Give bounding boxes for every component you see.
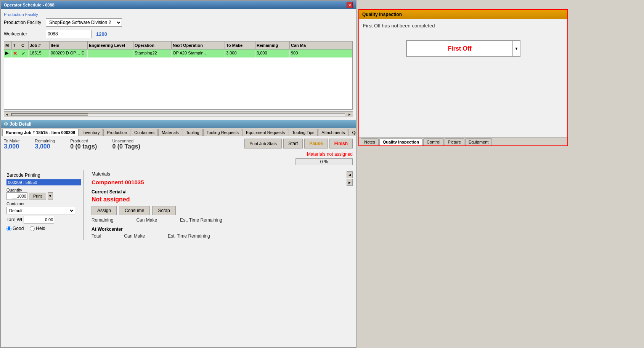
container-label: Container bbox=[6, 201, 81, 206]
col-header-item: Item bbox=[50, 42, 88, 49]
unscanned-value: 0 (0 Tags) bbox=[112, 143, 140, 150]
materials-prev-btn[interactable]: ◄ bbox=[347, 171, 353, 178]
row-item: 000209 D OP… D bbox=[50, 49, 88, 57]
container-select[interactable]: Default bbox=[6, 207, 75, 214]
job-stats-area: To Make 3,000 Remaining 3,000 Produced 0… bbox=[1, 136, 356, 168]
tab-running-job[interactable]: Running Job # 18515 - Item 000209 bbox=[2, 129, 79, 136]
first-off-button[interactable]: First Off bbox=[406, 40, 513, 57]
first-off-message: First Off has not been completed bbox=[363, 23, 564, 29]
window-title: Operator Schedule - 0088 bbox=[4, 3, 55, 7]
current-serial-label: Current Serial # bbox=[92, 189, 339, 195]
print-button[interactable]: Print bbox=[29, 193, 46, 200]
title-bar: Operator Schedule - 0088 ✕ bbox=[1, 1, 356, 9]
row-can-make: 900 bbox=[290, 49, 320, 57]
tab-tooling-requests[interactable]: Tooling Requests bbox=[203, 129, 242, 136]
action-buttons: Assign Consume Scrap bbox=[92, 206, 339, 215]
workcenter-sub-row: Total Can Make Est. Time Remaining bbox=[92, 233, 339, 239]
quantity-row: Print ▼ bbox=[6, 192, 81, 200]
close-button[interactable]: ✕ bbox=[347, 2, 353, 8]
tab-containers[interactable]: Containers bbox=[131, 129, 158, 136]
quantity-label: Quantity bbox=[6, 188, 81, 192]
row-next-op: OP #20 Stampin… bbox=[172, 49, 225, 57]
start-button[interactable]: Start bbox=[283, 139, 303, 148]
remaining-label: Remaining bbox=[35, 139, 55, 143]
materials-nav-arrows: ◄ ► bbox=[347, 170, 353, 240]
print-dropdown-arrow[interactable]: ▼ bbox=[48, 192, 53, 200]
job-detail-label: Job Detail bbox=[10, 121, 31, 127]
materials-sub-row: Remaining Can Make Est. Time Remaining bbox=[92, 217, 339, 223]
bottom-area: Barcode Printing 000209 : 56550 Quantity… bbox=[1, 168, 356, 243]
radio-good-input[interactable] bbox=[6, 226, 11, 231]
row-remaining: 3,000 bbox=[255, 49, 290, 57]
col-header-eng: Engineering Level bbox=[88, 42, 133, 49]
wc-can-make-label: Can Make bbox=[124, 233, 145, 239]
materials-next-btn[interactable]: ► bbox=[347, 179, 353, 186]
workcenter-row: Workcenter 1200 bbox=[4, 30, 353, 38]
materials-section: Materials Component 001035 Current Seria… bbox=[90, 170, 340, 240]
production-facility-row: Production Facility ShopEdge Software Di… bbox=[4, 18, 353, 27]
wc-total-label: Total bbox=[92, 233, 101, 239]
qi-tab-equipment[interactable]: Equipment bbox=[465, 138, 492, 145]
qi-title-bar: Quality Inspection bbox=[359, 10, 567, 19]
col-header-to-make: To Make bbox=[225, 42, 255, 49]
scroll-thumb[interactable] bbox=[12, 113, 88, 116]
finish-button[interactable]: Finish bbox=[329, 139, 353, 148]
row-eng-level bbox=[88, 49, 133, 57]
first-off-dropdown[interactable]: ▼ bbox=[513, 40, 520, 57]
remaining-value: 3,000 bbox=[35, 143, 55, 150]
consume-button[interactable]: Consume bbox=[119, 206, 150, 215]
assign-button[interactable]: Assign bbox=[92, 206, 117, 215]
job-detail-icon: ⚙ bbox=[4, 121, 8, 127]
tab-materials[interactable]: Materials bbox=[158, 129, 182, 136]
tab-equipment-requests[interactable]: Equipment Requests bbox=[243, 129, 288, 136]
materials-title: Materials bbox=[92, 171, 339, 177]
workcenter-input[interactable] bbox=[46, 30, 92, 38]
qi-title-text: Quality Inspection bbox=[362, 12, 402, 17]
at-workcenter-label: At Workcenter bbox=[92, 227, 339, 232]
tab-attachments[interactable]: Attachments bbox=[318, 129, 348, 136]
scroll-right-arrow[interactable]: ► bbox=[347, 112, 353, 117]
radio-held-input[interactable] bbox=[30, 226, 35, 231]
tab-production[interactable]: Production bbox=[103, 129, 130, 136]
col-header-op: Operation bbox=[133, 42, 172, 49]
barcode-printing-section: Barcode Printing 000209 : 56550 Quantity… bbox=[4, 170, 84, 240]
pause-button[interactable]: Pause bbox=[304, 139, 328, 148]
production-facility-dropdown[interactable]: ShopEdge Software Division 2 bbox=[46, 18, 122, 27]
print-job-stats-button[interactable]: Print Job Stats bbox=[244, 139, 282, 148]
scroll-left-arrow[interactable]: ◄ bbox=[4, 112, 10, 117]
workcenter-extra-num: 1200 bbox=[96, 31, 107, 37]
barcode-value: 000209 : 56550 bbox=[6, 179, 81, 185]
progress-bar: 0 % bbox=[296, 158, 353, 165]
tab-inventory[interactable]: Inventory bbox=[79, 129, 103, 136]
col-header-remaining: Remaining bbox=[255, 42, 290, 49]
horizontal-scrollbar[interactable]: ◄ ► bbox=[4, 111, 353, 117]
radio-held[interactable]: Held bbox=[30, 226, 45, 231]
quantity-input[interactable] bbox=[6, 192, 27, 200]
tare-input[interactable] bbox=[24, 216, 54, 223]
table-row[interactable]: ▶ ✕ ✓ 18515 000209 D OP… D Stamping22 OP… bbox=[4, 49, 352, 57]
tab-tooling[interactable]: Tooling bbox=[183, 129, 203, 136]
container-row: Container Default bbox=[6, 201, 81, 214]
progress-value: 0 % bbox=[320, 159, 328, 164]
job-buttons: Print Job Stats Start Pause Finish Mater… bbox=[244, 139, 353, 165]
remaining-sub-label: Remaining bbox=[92, 217, 113, 223]
tare-label: Tare Wt bbox=[6, 217, 22, 222]
can-make-sub-label: Can Make bbox=[136, 217, 157, 223]
materials-warning: Materials not assigned bbox=[307, 152, 353, 157]
tab-quality-requests[interactable]: Quality Requests bbox=[348, 129, 356, 136]
scrap-button[interactable]: Scrap bbox=[152, 206, 175, 215]
qi-tab-notes[interactable]: Notes bbox=[361, 138, 379, 145]
col-header-job: Job # bbox=[29, 42, 50, 49]
quality-inspection-popup: Quality Inspection First Off has not bee… bbox=[358, 9, 568, 146]
qi-tab-control[interactable]: Control bbox=[423, 138, 443, 145]
row-job-num: 18515 bbox=[29, 49, 50, 57]
first-off-button-row: First Off ▼ bbox=[406, 40, 520, 57]
barcode-title: Barcode Printing bbox=[6, 172, 81, 178]
qi-tab-quality-inspection[interactable]: Quality Inspection bbox=[379, 138, 422, 145]
to-make-value: 3,000 bbox=[4, 143, 20, 150]
main-buttons-row: Print Job Stats Start Pause Finish bbox=[244, 139, 353, 148]
col-header-m: M bbox=[4, 42, 12, 49]
tab-tooling-tips[interactable]: Tooling Tips bbox=[289, 129, 318, 136]
radio-good[interactable]: Good bbox=[6, 226, 24, 231]
qi-tab-picture[interactable]: Picture bbox=[445, 138, 464, 145]
